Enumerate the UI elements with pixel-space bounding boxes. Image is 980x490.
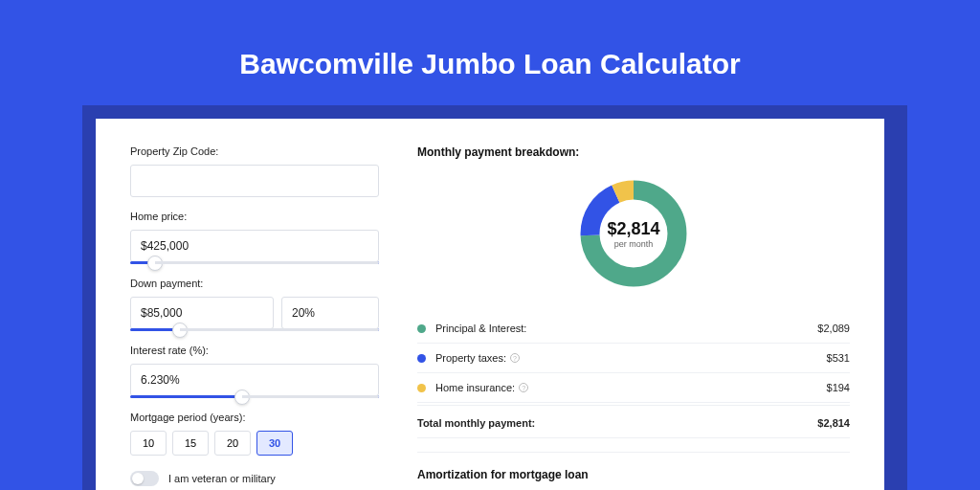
legend-total-value: $2,814 [817, 417, 850, 429]
legend-taxes: Property taxes: ? $531 [417, 344, 850, 373]
period-field: Mortgage period (years): 10 15 20 30 [130, 412, 379, 456]
interest-slider-thumb[interactable] [234, 390, 250, 405]
legend-insurance-text: Home insurance: [435, 382, 515, 393]
zip-input[interactable] [130, 165, 379, 197]
form-column: Property Zip Code: Home price: Down paym… [130, 145, 379, 490]
legend-insurance-name: Home insurance: ? [435, 382, 827, 393]
info-icon[interactable]: ? [510, 353, 520, 363]
veteran-row: I am veteran or military [130, 471, 379, 486]
legend-insurance-value: $194 [827, 382, 850, 393]
legend-taxes-name: Property taxes: ? [435, 352, 827, 364]
home-price-field: Home price: [130, 211, 379, 264]
donut-chart: $2,814 per month [576, 176, 691, 291]
period-30[interactable]: 30 [256, 431, 293, 456]
veteran-toggle[interactable] [130, 471, 159, 486]
down-payment-slider-thumb[interactable] [172, 323, 188, 338]
dot-insurance-icon [417, 384, 426, 392]
dot-taxes-icon [417, 354, 426, 363]
down-payment-slider[interactable] [130, 328, 379, 331]
legend-taxes-text: Property taxes: [435, 352, 506, 364]
legend-total-label: Total monthly payment: [417, 417, 817, 429]
home-price-slider[interactable] [130, 261, 379, 264]
interest-input[interactable] [130, 364, 379, 396]
down-payment-label: Down payment: [130, 278, 379, 289]
home-price-label: Home price: [130, 211, 379, 222]
dot-principal-icon [417, 324, 426, 333]
breakdown-column: Monthly payment breakdown: $2,814 per mo… [379, 145, 850, 490]
down-payment-field: Down payment: [130, 278, 379, 331]
amortization-section: Amortization for mortgage loan Amortizat… [417, 452, 850, 490]
period-20[interactable]: 20 [214, 431, 251, 456]
veteran-label: I am veteran or military [168, 473, 276, 484]
info-icon[interactable]: ? [519, 383, 528, 392]
home-price-input[interactable] [130, 230, 379, 262]
donut-chart-wrap: $2,814 per month [417, 176, 850, 291]
period-label: Mortgage period (years): [130, 412, 379, 423]
legend-insurance: Home insurance: ? $194 [417, 373, 850, 403]
period-10[interactable]: 10 [130, 431, 167, 456]
zip-field: Property Zip Code: [130, 145, 379, 197]
legend-total: Total monthly payment: $2,814 [417, 405, 850, 438]
legend-taxes-value: $531 [827, 352, 850, 364]
breakdown-title: Monthly payment breakdown: [417, 145, 850, 159]
donut-permonth: per month [614, 239, 654, 249]
legend-principal-name: Principal & Interest: [435, 323, 817, 334]
legend-principal: Principal & Interest: $2,089 [417, 314, 850, 344]
page-title: Bawcomville Jumbo Loan Calculator [0, 0, 980, 103]
period-15[interactable]: 15 [172, 431, 209, 456]
legend-principal-value: $2,089 [817, 323, 850, 334]
donut-amount: $2,814 [607, 219, 659, 239]
down-payment-percent-input[interactable] [281, 297, 379, 329]
interest-slider[interactable] [130, 395, 379, 398]
interest-field: Interest rate (%): [130, 345, 379, 398]
amortization-title: Amortization for mortgage loan [417, 468, 850, 481]
down-payment-input[interactable] [130, 297, 274, 329]
period-options: 10 15 20 30 [130, 431, 379, 456]
zip-label: Property Zip Code: [130, 145, 379, 157]
donut-center: $2,814 per month [576, 176, 691, 291]
interest-label: Interest rate (%): [130, 345, 379, 356]
home-price-slider-thumb[interactable] [147, 256, 163, 271]
calculator-card: Property Zip Code: Home price: Down paym… [96, 119, 884, 490]
